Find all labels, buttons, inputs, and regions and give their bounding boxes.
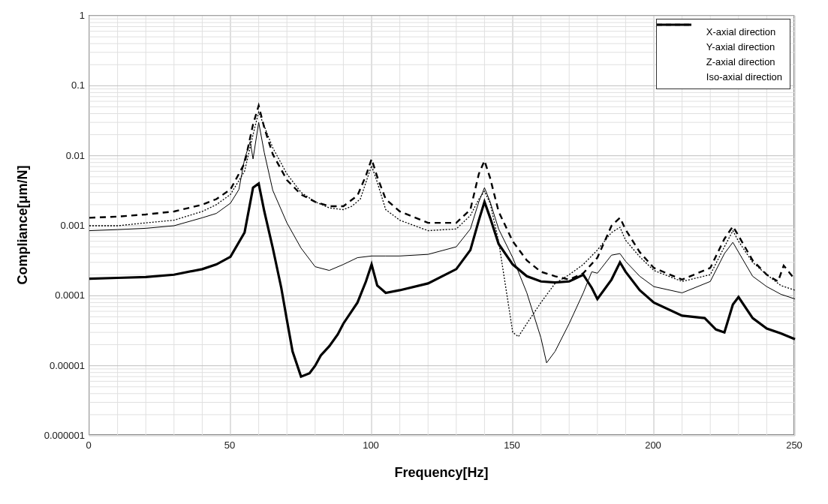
- legend-swatch-dashed-icon: [664, 71, 699, 82]
- y-tick-label: 0.0001: [55, 290, 85, 301]
- series-dotted-thin: [89, 112, 795, 337]
- y-tick-label: 0.001: [60, 220, 85, 231]
- legend-label: Iso-axial direction: [706, 71, 782, 82]
- legend-label: Z-axial direction: [706, 56, 775, 68]
- compliance-frequency-chart: Compliance[μm/N] Frequency[Hz] X-axial d…: [0, 0, 828, 504]
- y-axis-label: Compliance[μm/N]: [15, 165, 31, 284]
- x-tick-label: 250: [786, 440, 802, 451]
- legend-swatch-bold-icon: [664, 41, 699, 52]
- y-tick-label: 1: [80, 10, 85, 21]
- x-axis-label: Frequency[Hz]: [89, 465, 794, 481]
- series-solid-thin: [89, 122, 795, 363]
- legend-item-y-axial: Y-axial direction: [664, 39, 782, 54]
- x-tick-label: 50: [224, 440, 235, 451]
- series-dashed-bold: [89, 106, 795, 281]
- legend: X-axial direction Y-axial direction Z-ax…: [656, 19, 790, 89]
- x-tick-label: 150: [504, 440, 520, 451]
- legend-label: X-axial direction: [706, 26, 776, 38]
- legend-item-iso-axial: Iso-axial direction: [664, 69, 782, 84]
- x-tick-label: 0: [86, 440, 91, 451]
- y-tick-label: 0.00001: [50, 359, 85, 370]
- legend-label: Y-axial direction: [706, 41, 775, 52]
- y-tick-label: 0.01: [66, 149, 85, 160]
- y-tick-label: 0.1: [71, 80, 85, 91]
- legend-item-z-axial: Z-axial direction: [664, 54, 782, 69]
- x-tick-label: 100: [363, 440, 379, 451]
- plot-area: X-axial direction Y-axial direction Z-ax…: [89, 15, 794, 435]
- y-tick-label: 0.000001: [44, 430, 85, 441]
- legend-swatch-thin-icon: [664, 56, 699, 67]
- x-tick-label: 200: [645, 440, 661, 451]
